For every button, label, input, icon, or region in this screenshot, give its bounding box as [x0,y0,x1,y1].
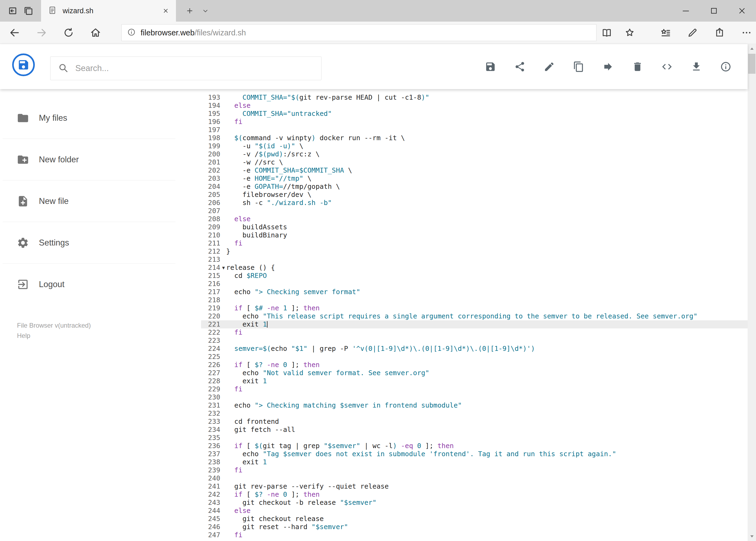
line-number[interactable]: 222 [201,328,224,336]
line-number[interactable]: 216 [201,280,224,288]
line-number[interactable]: 245 [201,515,224,523]
code-line-217[interactable]: 217 echo "> Checking semver format" [201,288,748,296]
forward-icon[interactable] [34,25,50,41]
share-page-icon[interactable] [711,25,728,41]
code-line-237[interactable]: 237 echo "Tag $semver does not exist in … [201,450,748,458]
line-number[interactable]: 215 [201,272,224,280]
code-line-207[interactable]: 207 [201,207,748,215]
search-input[interactable] [75,64,314,73]
line-number[interactable]: 232 [201,409,224,417]
line-number[interactable]: 247 [201,531,224,539]
tabs-preview-icon[interactable] [21,3,36,19]
line-number[interactable]: 240 [201,474,224,482]
more-menu-icon[interactable] [738,25,755,41]
line-number[interactable]: 220 [201,312,224,320]
code-line-209[interactable]: 209 buildAssets [201,223,748,231]
download-button[interactable] [690,61,702,73]
code-line-234[interactable]: 234 git fetch --all [201,426,748,434]
code-line-232[interactable]: 232 [201,409,748,417]
line-number[interactable]: 235 [201,434,224,442]
code-line-246[interactable]: 246 git reset --hard "$semver" [201,523,748,531]
line-number[interactable]: 246 [201,523,224,531]
code-line-211[interactable]: 211 fi [201,239,748,248]
code-line-223[interactable]: 223 [201,336,748,345]
line-number[interactable]: 242 [201,490,224,499]
code-line-239[interactable]: 239 fi [201,466,748,474]
code-line-208[interactable]: 208 else [201,215,748,223]
line-number[interactable]: 206 [201,199,224,207]
home-icon[interactable] [88,25,104,41]
line-number[interactable]: 201 [201,158,224,166]
site-info-icon[interactable] [127,28,136,38]
line-number[interactable]: 226 [201,361,224,369]
line-number[interactable]: 202 [201,166,224,175]
line-number[interactable]: 219 [201,304,224,312]
line-number[interactable]: 244 [201,507,224,515]
line-number[interactable]: 233 [201,417,224,426]
line-number[interactable]: 214 [201,264,224,272]
rename-button[interactable] [543,61,556,73]
code-line-224[interactable]: 224 semver=$(echo "$1" | grep -P '^v(0|[… [201,345,748,353]
line-number[interactable]: 194 [201,102,224,110]
code-line-225[interactable]: 225 [201,353,748,361]
code-line-221[interactable]: 221 exit 1 [201,320,748,328]
code-line-231[interactable]: 231 echo "> Checking matching $semver in… [201,401,748,409]
line-number[interactable]: 243 [201,499,224,507]
code-line-203[interactable]: 203 -e HOME="//tmp" \ [201,175,748,183]
code-line-202[interactable]: 202 -e COMMIT_SHA=$COMMIT_SHA \ [201,166,748,175]
code-line-193[interactable]: 193 COMMIT_SHA="$(git rev-parse HEAD | c… [201,94,748,102]
sidebar-item-new-folder[interactable]: New folder [3,139,175,181]
scroll-down-icon[interactable] [748,532,756,541]
code-line-215[interactable]: 215 cd $REPO [201,272,748,280]
line-number[interactable]: 193 [201,94,224,102]
code-line-199[interactable]: 199 -u "$(id -u)" \ [201,142,748,150]
code-editor[interactable]: 193 COMMIT_SHA="$(git rev-parse HEAD | c… [201,89,748,541]
line-number[interactable]: 204 [201,183,224,191]
code-line-222[interactable]: 222 fi [201,328,748,336]
line-number[interactable]: 230 [201,393,224,401]
sidebar-item-logout[interactable]: Logout [3,264,175,305]
window-close-button[interactable] [728,0,756,22]
line-number[interactable]: 196 [201,118,224,126]
code-line-197[interactable]: 197 [201,126,748,134]
code-line-205[interactable]: 205 filebrowser/dev \ [201,191,748,199]
line-number[interactable]: 238 [201,458,224,466]
line-number[interactable]: 200 [201,150,224,158]
line-number[interactable]: 203 [201,175,224,183]
code-line-243[interactable]: 243 git checkout -b release "$semver" [201,499,748,507]
line-number[interactable]: 213 [201,256,224,264]
code-line-244[interactable]: 244 else [201,507,748,515]
line-number[interactable]: 223 [201,336,224,345]
code-line-218[interactable]: 218 [201,296,748,304]
scroll-up-icon[interactable] [748,44,756,53]
line-number[interactable]: 195 [201,110,224,118]
line-number[interactable]: 205 [201,191,224,199]
line-number[interactable]: 236 [201,442,224,450]
line-number[interactable]: 224 [201,345,224,353]
tabs-set-aside-icon[interactable] [5,3,21,19]
code-line-238[interactable]: 238 exit 1 [201,458,748,466]
tab-list-chevron-icon[interactable] [197,3,213,19]
code-line-194[interactable]: 194 else [201,102,748,110]
line-number[interactable]: 211 [201,239,224,248]
code-line-200[interactable]: 200 -v /$(pwd):/src:z \ [201,150,748,158]
line-number[interactable]: 209 [201,223,224,231]
code-line-212[interactable]: 212} [201,248,748,256]
reading-view-icon[interactable] [599,25,615,41]
browser-tab[interactable]: wizard.sh [41,0,176,22]
line-number[interactable]: 237 [201,450,224,458]
line-number[interactable]: 234 [201,426,224,434]
line-number[interactable]: 210 [201,231,224,239]
code-line-214[interactable]: 214▾release () { [201,264,748,272]
code-line-206[interactable]: 206 sh -c "./wizard.sh -b" [201,199,748,207]
code-line-247[interactable]: 247 fi [201,531,748,539]
code-line-230[interactable]: 230 [201,393,748,401]
raw-code-button[interactable] [661,61,673,73]
save-button[interactable] [484,61,497,73]
line-number[interactable]: 229 [201,385,224,393]
info-button[interactable] [720,61,732,73]
line-number[interactable]: 208 [201,215,224,223]
line-number[interactable]: 241 [201,482,224,490]
favorite-star-icon[interactable] [622,25,638,41]
address-bar[interactable]: filebrowser.web/files/wizard.sh [122,24,597,41]
